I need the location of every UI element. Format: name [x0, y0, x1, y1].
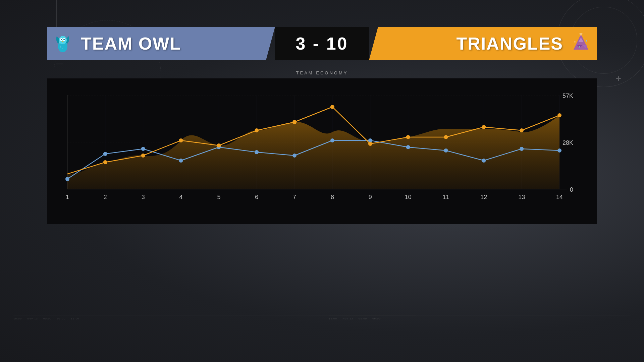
- deco-bottom-right: 19:00 Nov-13 05:00 06:00: [329, 315, 631, 335]
- svg-point-4: [61, 39, 62, 40]
- svg-point-57: [368, 142, 372, 146]
- svg-line-13: [579, 33, 580, 34]
- scoreboard: TEAM OWL 3 - 10 TRIANGLES: [47, 27, 597, 60]
- svg-point-62: [557, 113, 561, 117]
- svg-text:0: 0: [570, 186, 573, 193]
- team-left-name: TEAM OWL: [81, 34, 181, 54]
- svg-text:10: 10: [405, 194, 412, 200]
- svg-point-51: [141, 154, 145, 158]
- team-owl-icon: [50, 31, 75, 56]
- svg-text:28K: 28K: [562, 139, 573, 146]
- chart-title: TEAM ECONOMY: [47, 70, 597, 75]
- svg-point-50: [103, 160, 107, 164]
- svg-point-54: [255, 128, 259, 132]
- deco-side-left: [23, 101, 23, 181]
- svg-point-53: [217, 143, 221, 147]
- svg-point-61: [520, 128, 524, 132]
- svg-point-44: [406, 145, 410, 149]
- svg-point-15: [574, 41, 576, 43]
- svg-text:57K: 57K: [562, 93, 573, 99]
- deco-line-top-center: [322, 0, 322, 20]
- svg-text:9: 9: [369, 194, 372, 200]
- chart-section: TEAM ECONOMY: [47, 70, 597, 224]
- svg-point-46: [482, 159, 486, 163]
- team-right: TRIANGLES: [369, 27, 597, 60]
- svg-text:14: 14: [556, 194, 563, 200]
- svg-text:11: 11: [443, 194, 449, 200]
- svg-point-38: [179, 159, 183, 163]
- svg-point-35: [65, 177, 69, 181]
- team-triangles-icon: [569, 31, 594, 56]
- deco-line-top-left: [56, 0, 57, 27]
- svg-point-52: [179, 138, 183, 142]
- deco-plus-icon: +: [616, 73, 621, 84]
- score-center: 3 - 10: [275, 27, 369, 60]
- svg-point-47: [520, 147, 524, 151]
- svg-text:2: 2: [104, 194, 107, 200]
- svg-text:13: 13: [518, 194, 525, 200]
- svg-point-60: [482, 125, 486, 129]
- team-right-name: TRIANGLES: [457, 34, 563, 54]
- main-content: TEAM OWL 3 - 10 TRIANGLES: [47, 27, 597, 224]
- chart-container: 1 2 3 4 5 6 7 8 9 10 11 12 13 14 57K 28K…: [47, 78, 597, 224]
- svg-point-36: [103, 152, 107, 156]
- svg-point-17: [579, 46, 580, 48]
- svg-point-56: [330, 105, 334, 109]
- svg-line-14: [582, 33, 583, 34]
- svg-point-5: [63, 39, 65, 40]
- svg-text:8: 8: [331, 194, 334, 200]
- svg-text:6: 6: [255, 194, 258, 200]
- svg-text:3: 3: [142, 194, 145, 200]
- svg-text:5: 5: [217, 194, 220, 200]
- svg-point-45: [444, 148, 448, 153]
- deco-side-right: [621, 101, 621, 181]
- score-display: 3 - 10: [296, 34, 348, 54]
- svg-point-59: [444, 135, 448, 139]
- svg-point-48: [557, 148, 561, 153]
- svg-point-41: [292, 154, 297, 158]
- svg-point-40: [255, 150, 259, 154]
- svg-point-58: [406, 135, 410, 139]
- svg-text:1: 1: [66, 194, 69, 200]
- svg-point-42: [330, 138, 334, 142]
- svg-text:12: 12: [480, 194, 487, 200]
- svg-text:7: 7: [293, 194, 296, 200]
- team-left: TEAM OWL: [47, 27, 275, 60]
- svg-point-1: [59, 36, 67, 44]
- svg-point-16: [586, 40, 587, 42]
- svg-point-37: [141, 147, 145, 151]
- svg-point-55: [292, 120, 297, 124]
- svg-text:4: 4: [179, 194, 183, 200]
- economy-chart: 1 2 3 4 5 6 7 8 9 10 11 12 13 14 57K 28K…: [57, 88, 577, 209]
